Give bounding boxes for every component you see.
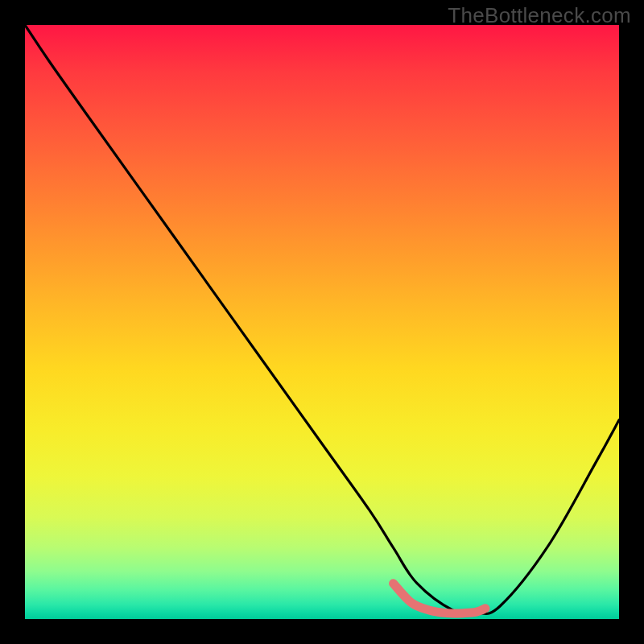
bottleneck-curve (25, 25, 619, 614)
valley-highlight (394, 584, 485, 613)
chart-frame: TheBottleneck.com (0, 0, 644, 644)
watermark-text: TheBottleneck.com (448, 3, 631, 28)
curve-layer (25, 25, 619, 619)
plot-area (25, 25, 619, 619)
